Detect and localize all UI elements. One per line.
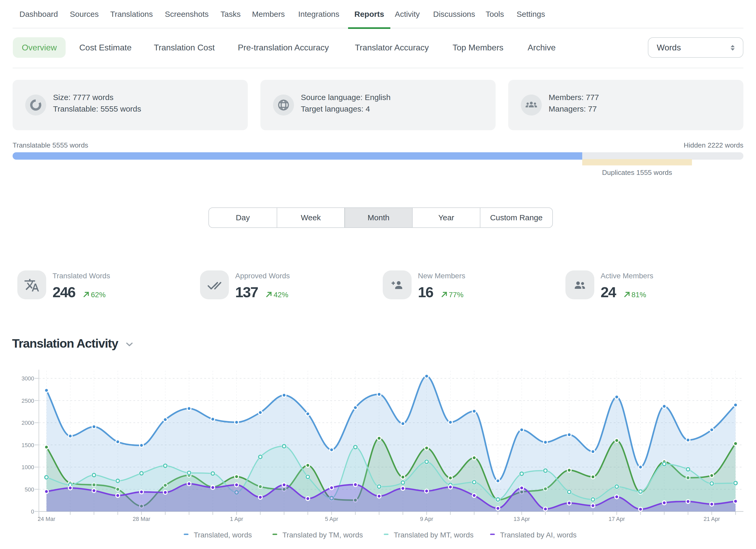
svg-text:24 Mar: 24 Mar <box>38 516 55 522</box>
svg-text:2000: 2000 <box>22 420 34 426</box>
svg-text:5 Apr: 5 Apr <box>325 516 338 522</box>
svg-text:Translated by TM, words: Translated by TM, words <box>282 531 363 539</box>
svg-text:1000: 1000 <box>22 464 34 470</box>
svg-text:Translated by MT, words: Translated by MT, words <box>394 531 474 539</box>
svg-text:1 Apr: 1 Apr <box>230 516 243 522</box>
svg-text:13 Apr: 13 Apr <box>513 516 530 522</box>
svg-text:3000: 3000 <box>22 375 34 382</box>
svg-text:Translated, words: Translated, words <box>194 531 252 539</box>
svg-text:500: 500 <box>25 486 34 493</box>
svg-text:9 Apr: 9 Apr <box>420 516 433 522</box>
svg-text:Translated by AI, words: Translated by AI, words <box>500 531 577 539</box>
svg-text:2500: 2500 <box>22 398 34 404</box>
svg-text:21 Apr: 21 Apr <box>703 516 720 522</box>
svg-text:28 Mar: 28 Mar <box>133 516 150 522</box>
svg-text:0: 0 <box>31 508 34 515</box>
svg-text:1500: 1500 <box>22 442 34 448</box>
svg-text:17 Apr: 17 Apr <box>608 516 625 522</box>
